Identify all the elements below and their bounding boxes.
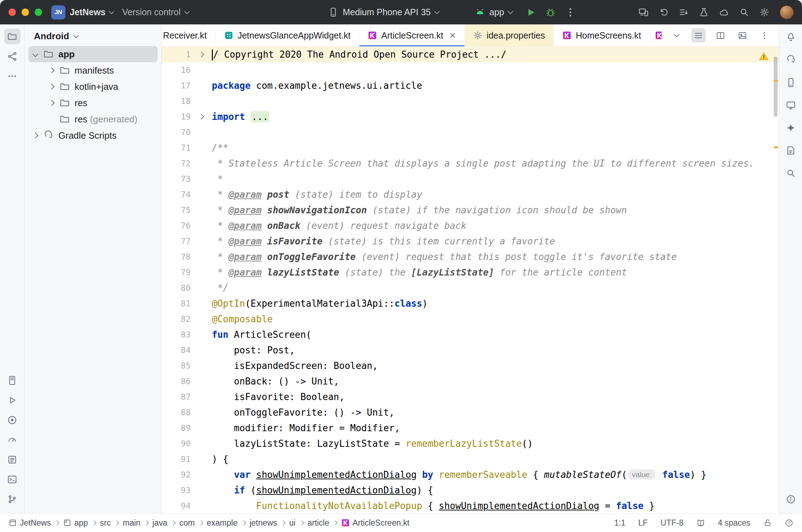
run-button[interactable] [525,7,536,18]
line-number[interactable]: 92 [162,467,193,482]
code-line-91[interactable]: 91) { [162,451,779,467]
tool-device-explorer[interactable] [4,372,21,388]
code-line-92[interactable]: 92 var showUnimplementedActionDialog by … [162,467,779,482]
breadcrumb-item-app[interactable]: app [63,518,88,528]
line-number[interactable]: 89 [162,420,193,436]
tool-project[interactable] [4,29,21,44]
code-line-78[interactable]: 78 * @param onToggleFavorite (event) req… [162,249,779,265]
fold-expand-icon[interactable] [198,52,204,58]
line-number[interactable]: 94 [162,498,193,513]
line-separator[interactable]: LF [638,518,648,528]
tab-articlescreen-kt[interactable]: ArticleScreen.kt× [359,24,465,46]
code-line-75[interactable]: 75 * @param showNavigationIcon (state) i… [162,202,779,218]
chevron-right-icon[interactable] [33,133,39,139]
line-number[interactable]: 87 [162,389,193,405]
code-line-83[interactable]: 83fun ArticleScreen( [162,327,779,342]
zoom-button[interactable] [35,8,42,16]
tool-logcat[interactable] [4,452,21,467]
line-number[interactable]: 93 [162,482,193,498]
tab-idea-properties[interactable]: idea.properties [465,24,554,46]
tool-profiler[interactable] [4,432,21,447]
device-selector[interactable]: Medium Phone API 35 [324,4,443,20]
breadcrumb-item-articlescreen-kt[interactable]: ArticleScreen.kt [341,518,409,528]
code-line-93[interactable]: 93 if (showUnimplementedActionDialog) { [162,482,779,498]
breadcrumb-item-jetnews[interactable]: jetnews [250,518,277,528]
reader-mode[interactable] [696,519,705,527]
code-line-85[interactable]: 85 isExpandedScreen: Boolean, [162,358,779,374]
line-number[interactable]: 86 [162,374,193,389]
line-number[interactable]: 75 [162,202,193,218]
tool-terminal[interactable] [4,472,21,487]
line-number[interactable]: 80 [162,280,193,296]
preview-view-button[interactable] [735,28,749,42]
tool-gemini[interactable] [783,120,799,135]
update-icon[interactable] [679,7,689,17]
breadcrumb-item-java[interactable]: java [152,518,167,528]
code-line-90[interactable]: 90 lazyListState: LazyListState = rememb… [162,436,779,451]
code-line-71[interactable]: 71/** [162,140,779,156]
tool-version-control[interactable] [4,491,21,507]
chevron-right-icon[interactable] [49,84,55,90]
code-line-74[interactable]: 74 * @param post (state) item to display [162,187,779,202]
code-line-77[interactable]: 77 * @param isFavorite (state) is this i… [162,233,779,249]
code-line-19[interactable]: 19import ... [162,109,779,125]
tool-find[interactable] [783,165,799,181]
scrollbar-thumb[interactable] [774,57,778,117]
tab-receiver-kt[interactable]: Receiver.kt [162,24,216,46]
line-number[interactable]: 91 [162,451,193,467]
tool-device-manager[interactable] [783,75,799,90]
close-button[interactable] [8,8,16,16]
line-number[interactable]: 70 [162,125,193,140]
settings-icon[interactable] [759,7,769,17]
tool-structure[interactable] [4,48,21,64]
code-line-70[interactable]: 70 [162,125,779,140]
line-number[interactable]: 90 [162,436,193,451]
more-run-options-icon[interactable] [565,7,576,18]
tree-item-app[interactable]: app [28,46,158,62]
tool-app-quality-insights[interactable] [783,143,799,158]
tool-problems[interactable] [783,491,799,507]
line-number[interactable]: 16 [162,62,193,78]
chevron-right-icon[interactable] [49,68,55,74]
minimize-button[interactable] [22,8,29,16]
project-widget[interactable]: JetNews [65,4,118,20]
breadcrumb-item-src[interactable]: src [100,518,111,528]
line-number[interactable]: 73 [162,171,193,187]
code-line-81[interactable]: 81@OptIn(ExperimentalMaterial3Api::class… [162,296,779,311]
line-number[interactable]: 76 [162,218,193,233]
code-line-79[interactable]: 79 * @param lazyListState (state) the [L… [162,265,779,280]
tool-run[interactable] [4,392,21,408]
chevron-down-icon[interactable] [33,51,39,57]
line-number[interactable]: 78 [162,249,193,265]
line-number[interactable]: 17 [162,78,193,93]
back-icon[interactable] [658,7,669,17]
code-line-18[interactable]: 18 [162,93,779,109]
line-number[interactable]: 71 [162,140,193,156]
tab-partial[interactable] [650,24,662,46]
cursor-position[interactable]: 1:1 [614,518,626,528]
file-lock[interactable] [763,519,772,527]
line-number[interactable]: 81 [162,296,193,311]
close-tab-icon[interactable]: × [449,30,456,41]
sync-icon[interactable] [719,7,729,17]
more-options-button[interactable] [757,28,771,42]
debug-button[interactable] [545,7,556,18]
code-view-button[interactable] [691,28,705,42]
line-number[interactable]: 83 [162,327,193,342]
tree-item-res-generated[interactable]: res (generated) [25,111,161,127]
breadcrumb-item-article[interactable]: article [308,518,329,528]
warning-stripe-mark[interactable] [774,146,778,148]
tool-gradle[interactable] [783,52,799,68]
inspections-warning-icon[interactable] [759,51,769,62]
editor[interactable]: 1/ Copyright 2020 The Android Open Sourc… [162,47,779,513]
tool-notifications[interactable] [783,29,799,45]
run-tests-icon[interactable] [699,7,709,17]
code-line-89[interactable]: 89 modifier: Modifier = Modifier, [162,420,779,436]
tree-item-res[interactable]: res [25,95,161,111]
code-line-72[interactable]: 72 * Stateless Article Screen that displ… [162,156,779,171]
code-line-73[interactable]: 73 * [162,171,779,187]
search-everywhere-icon[interactable] [739,7,749,17]
avatar[interactable] [780,6,794,19]
breadcrumb-item-example[interactable]: example [207,518,238,528]
line-number[interactable]: 88 [162,405,193,420]
